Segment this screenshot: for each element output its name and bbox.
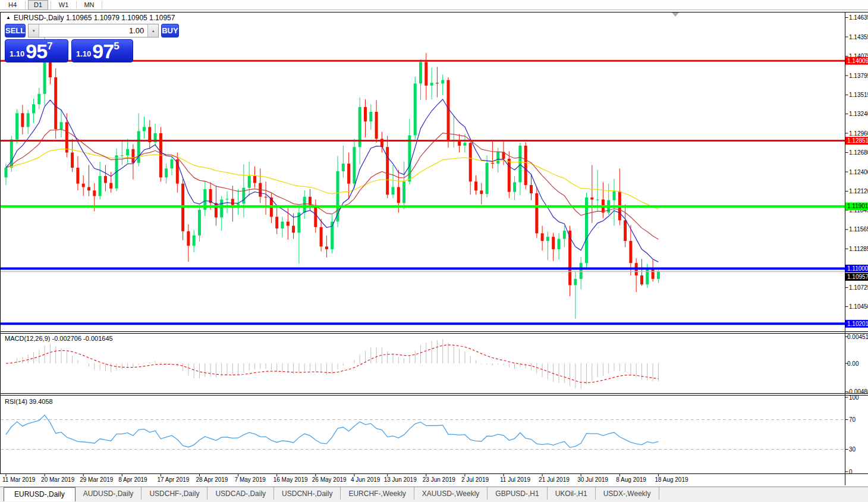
- svg-text:1.12851: 1.12851: [847, 137, 868, 144]
- svg-text:11 Jul 2019: 11 Jul 2019: [500, 476, 530, 483]
- svg-text:11 Mar 2019: 11 Mar 2019: [2, 476, 36, 483]
- svg-text:21 Jul 2019: 21 Jul 2019: [539, 476, 570, 483]
- svg-text:1.14009: 1.14009: [847, 58, 868, 64]
- svg-text:28 Apr 2019: 28 Apr 2019: [196, 476, 228, 483]
- svg-text:30 Jul 2019: 30 Jul 2019: [577, 476, 608, 483]
- svg-text:100: 100: [849, 394, 859, 401]
- svg-text:8 Apr 2019: 8 Apr 2019: [118, 476, 147, 483]
- volume-stepper: ▼ ▲: [28, 24, 159, 37]
- sell-price-box[interactable]: 1.10 95 7: [5, 39, 68, 62]
- macd-indicator-label: MACD(12,26,9) -0.002706 -0.001645: [5, 335, 113, 342]
- svg-text:70: 70: [849, 416, 856, 423]
- sell-price-big: 95: [26, 42, 47, 60]
- svg-text:0: 0: [849, 469, 853, 475]
- horizontal-lines[interactable]: [1, 61, 845, 324]
- svg-text:1.12400: 1.12400: [849, 169, 868, 175]
- chart-title-text: EURUSD-,Daily 1.10965 1.10979 1.10905 1.…: [14, 14, 175, 22]
- chart-tab-xauusd-weekly[interactable]: XAUUSD-,Weekly: [414, 487, 488, 500]
- svg-text:1.10450: 1.10450: [849, 303, 868, 310]
- rsi-indicator-label: RSI(14) 39.4058: [5, 398, 53, 405]
- volume-increase-button[interactable]: ▲: [147, 24, 158, 37]
- svg-text:1.10725: 1.10725: [849, 284, 868, 291]
- macd-axis[interactable]: 0.0045170.00-0.004806: [845, 334, 868, 396]
- svg-text:18 Aug 2019: 18 Aug 2019: [655, 476, 688, 483]
- svg-text:1.11565: 1.11565: [849, 226, 868, 233]
- svg-text:4 Jun 2019: 4 Jun 2019: [351, 476, 380, 483]
- svg-text:1.14635: 1.14635: [849, 14, 868, 21]
- chart-tab-ukoil-h1[interactable]: UKOil-,H1: [548, 487, 596, 500]
- chart-tab-usdchf-daily[interactable]: USDCHF-,Daily: [141, 487, 207, 500]
- buy-price-big: 97: [92, 42, 114, 60]
- svg-text:13 Jun 2019: 13 Jun 2019: [384, 476, 417, 483]
- collapse-chart-icon[interactable]: ▲: [6, 15, 11, 20]
- pane-borders: [0, 12, 868, 486]
- svg-text:1.11901: 1.11901: [847, 203, 868, 209]
- svg-text:1.13795: 1.13795: [849, 73, 868, 79]
- sell-price-pip: 7: [47, 40, 52, 52]
- svg-text:1.11000: 1.11000: [847, 265, 868, 272]
- chart-tab-bar: EURUSD-,DailyAUDUSD-,DailyUSDCHF-,DailyU…: [0, 487, 868, 502]
- time-axis[interactable]: 11 Mar 201920 Mar 201929 Mar 20198 Apr 2…: [2, 474, 688, 484]
- sell-price-prefix: 1.10: [10, 49, 24, 58]
- buy-price-prefix: 1.10: [76, 49, 91, 58]
- chart-canvas[interactable]: 1.146351.143551.140751.137951.135151.132…: [0, 0, 868, 487]
- svg-text:1.10201: 1.10201: [847, 321, 868, 327]
- svg-text:2 Jul 2019: 2 Jul 2019: [461, 476, 489, 483]
- svg-text:17 Apr 2019: 17 Apr 2019: [157, 476, 189, 483]
- buy-price-box[interactable]: 1.10 97 5: [71, 39, 133, 62]
- svg-text:16 May 2019: 16 May 2019: [273, 476, 308, 483]
- svg-text:1.12960: 1.12960: [849, 130, 868, 137]
- chart-tab-audusd-daily[interactable]: AUDUSD-,Daily: [76, 487, 142, 500]
- svg-text:1.12680: 1.12680: [849, 149, 868, 156]
- buy-price-pip: 5: [114, 40, 119, 52]
- chart-tab-eurusd-daily[interactable]: EURUSD-,Daily: [4, 487, 76, 501]
- chart-tab-usdcad-daily[interactable]: USDCAD-,Daily: [207, 487, 274, 500]
- svg-text:1.10957: 1.10957: [847, 274, 868, 280]
- svg-text:0.00: 0.00: [847, 360, 859, 367]
- volume-decrease-button[interactable]: ▼: [29, 24, 39, 37]
- svg-text:20 Mar 2019: 20 Mar 2019: [41, 476, 75, 483]
- chart-tab-usdx-weekly[interactable]: USDX-,Weekly: [596, 487, 659, 500]
- svg-text:0.004517: 0.004517: [847, 334, 868, 340]
- chart-tab-eurchf-weekly[interactable]: EURCHF-,Weekly: [341, 487, 414, 500]
- buy-button[interactable]: BUY: [161, 24, 178, 37]
- svg-text:8 Aug 2019: 8 Aug 2019: [616, 476, 646, 483]
- chart-tab-usdcnh-daily[interactable]: USDCNH-,Daily: [274, 487, 341, 500]
- volume-input[interactable]: [39, 24, 147, 37]
- chart-tab-gbpusd-h1[interactable]: GBPUSD-,H1: [488, 487, 547, 500]
- svg-text:1.11285: 1.11285: [849, 246, 868, 252]
- svg-text:1.13515: 1.13515: [849, 92, 868, 98]
- sell-button[interactable]: SELL: [5, 24, 26, 37]
- macd-pane: [6, 339, 658, 389]
- scroll-to-end-icon[interactable]: [672, 12, 679, 17]
- svg-text:26 May 2019: 26 May 2019: [312, 476, 347, 483]
- svg-text:7 May 2019: 7 May 2019: [235, 476, 266, 483]
- svg-text:1.14355: 1.14355: [849, 34, 868, 40]
- rsi-axis[interactable]: 10070300: [845, 394, 860, 475]
- svg-text:29 Mar 2019: 29 Mar 2019: [80, 476, 114, 483]
- svg-text:1.13240: 1.13240: [849, 111, 868, 117]
- svg-text:1.12120: 1.12120: [849, 188, 868, 194]
- chart-title: ▲EURUSD-,Daily 1.10965 1.10979 1.10905 1…: [6, 14, 175, 22]
- svg-text:30: 30: [849, 446, 856, 453]
- one-click-trade-panel: SELL ▼ ▲ BUY 1.10 95 7 1.10 97 5: [5, 24, 137, 62]
- svg-text:23 Jun 2019: 23 Jun 2019: [423, 476, 455, 483]
- rsi-pane: [1, 415, 845, 450]
- rsi-line: [6, 415, 658, 448]
